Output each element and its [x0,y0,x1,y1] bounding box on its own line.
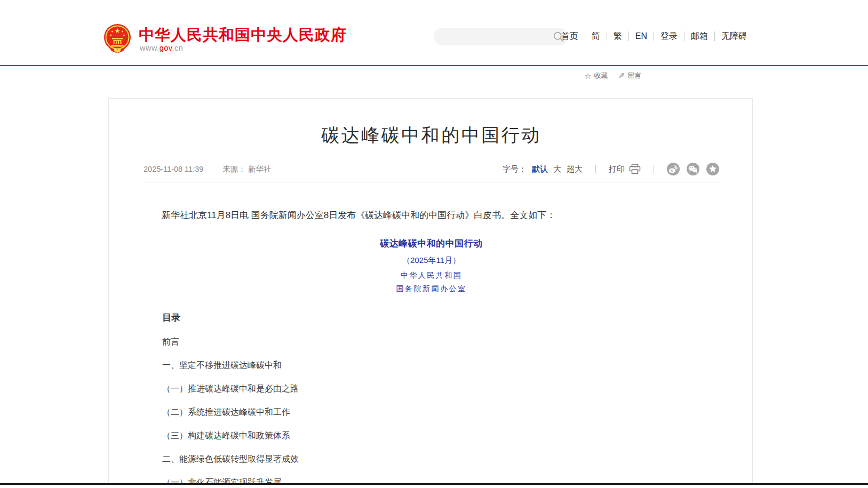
toolbar-separator [595,165,596,173]
site-url-suffix: .cn [172,44,183,52]
nav-link-english[interactable]: EN [628,31,654,41]
font-size-label: 字号： [503,164,527,174]
meta-divider [144,182,719,182]
article-intro: 新华社北京11月8日电 国务院新闻办公室8日发布《碳达峰碳中和的中国行动》白皮书… [144,208,719,223]
source-label: 来源： [222,165,246,173]
favorite-star-icon: ☆ [584,72,591,80]
site-url-domain: gov [160,44,172,52]
document-title: 碳达峰碳中和的中国行动 [144,236,719,251]
document-date-line: （2025年11月） [144,253,719,268]
message-pen-icon: ✎ [618,72,625,79]
toc-item-1-1: （一）推进碳达峰碳中和是必由之路 [162,384,299,393]
header-divider-line [0,65,868,66]
nav-link-mail[interactable]: 邮箱 [684,31,714,41]
site-url-prefix: www. [140,44,160,52]
nav-link-simplified[interactable]: 简 [585,31,607,41]
article-toolbar: 字号： 默认 大 超大 打印 [503,163,719,175]
font-size-xlarge[interactable]: 超大 [567,164,583,174]
site-url[interactable]: www.gov.cn [140,44,183,52]
document-heading-block: 碳达峰碳中和的中国行动 （2025年11月） 中华人民共和国 国务院新闻办公室 [144,236,719,296]
document-issuer-line-2: 国务院新闻办公室 [144,281,719,296]
weibo-share-icon[interactable] [667,163,680,175]
toc-item-1-2: （二）系统推进碳达峰碳中和工作 [162,407,299,417]
message-button[interactable]: ✎ 留言 [618,71,641,81]
toc-item-1: 一、坚定不移推进碳达峰碳中和 [162,361,299,370]
nav-link-traditional[interactable]: 繁 [607,31,628,41]
font-size-default[interactable]: 默认 [532,164,548,174]
article-panel: 碳达峰碳中和的中国行动 2025-11-08 11:39 来源： 新华社 字号：… [108,98,753,483]
favorite-label: 收藏 [594,71,608,81]
source-name[interactable]: 新华社 [248,165,272,173]
nav-link-login[interactable]: 登录 [654,31,684,41]
national-emblem-icon[interactable] [103,23,131,57]
message-label: 留言 [627,71,641,81]
print-button[interactable]: 打印 [609,164,625,174]
search-box [434,28,568,45]
table-of-contents: 目录 前言 一、坚定不移推进碳达峰碳中和 （一）推进碳达峰碳中和是必由之路 （二… [162,313,299,483]
printer-icon[interactable] [629,164,641,174]
article-source: 来源： 新华社 [222,164,271,174]
toc-item-1-3: （三）构建碳达峰碳中和政策体系 [162,431,299,440]
font-size-large[interactable]: 大 [553,164,561,174]
document-issuer-line-1: 中华人民共和国 [144,268,719,283]
article-meta-row: 2025-11-08 11:39 来源： 新华社 字号： 默认 大 超大 打印 [144,162,719,177]
toc-heading: 目录 [162,313,299,323]
article-title: 碳达峰碳中和的中国行动 [144,122,719,148]
publish-date: 2025-11-08 11:39 [144,165,203,173]
share-icons [667,163,719,175]
page: 中华人民共和国中央人民政府 www.gov.cn 首页 简 繁 EN 登录 邮箱… [0,0,868,488]
wechat-share-icon[interactable] [687,163,699,175]
page-actions: ☆ 收藏 ✎ 留言 [584,71,641,81]
favorite-button[interactable]: ☆ 收藏 [584,71,608,81]
nav-link-accessibility[interactable]: 无障碍 [714,31,747,41]
toc-item-2-1: （一）非化石能源实现跃升发展 [162,478,299,483]
favorite-share-icon[interactable] [706,163,719,175]
site-title[interactable]: 中华人民共和国中央人民政府 [139,25,347,46]
toc-item-2: 二、能源绿色低碳转型取得显著成效 [162,454,299,463]
top-nav: 首页 简 繁 EN 登录 邮箱 无障碍 [561,31,747,41]
toolbar-separator [654,165,654,173]
toc-item-preface: 前言 [162,337,299,346]
bottom-border-line [0,483,868,485]
nav-link-home[interactable]: 首页 [561,31,585,41]
article-meta-left: 2025-11-08 11:39 来源： 新华社 [144,164,271,174]
search-input[interactable] [434,28,553,45]
